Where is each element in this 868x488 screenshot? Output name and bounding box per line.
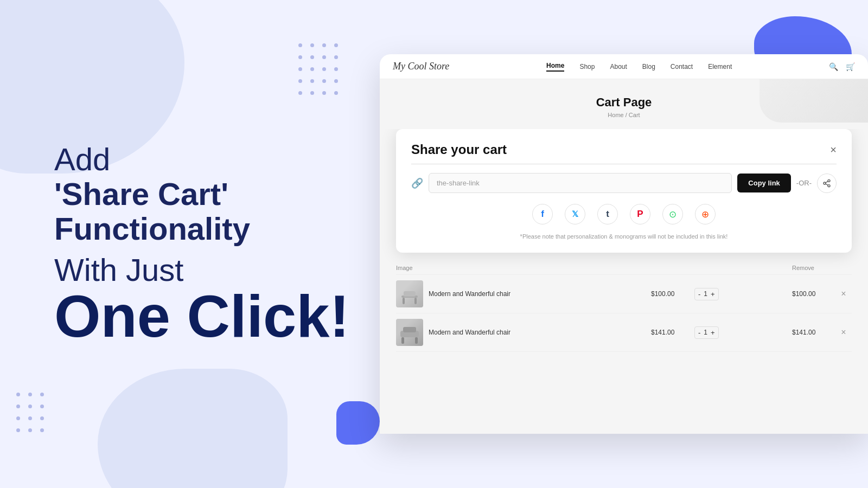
col-qty bbox=[694, 265, 749, 271]
remove-item-1[interactable]: × bbox=[835, 289, 852, 299]
col-name bbox=[429, 265, 651, 271]
nav-icons: 🔍 🛒 bbox=[829, 62, 855, 71]
cart-icon[interactable]: 🛒 bbox=[846, 62, 855, 71]
col-price bbox=[651, 265, 694, 271]
remove-item-2[interactable]: × bbox=[835, 328, 852, 337]
share-modal: Share your cart × 🔗 Copy link -OR- f 𝕏 t… bbox=[396, 129, 852, 253]
nav-shop[interactable]: Shop bbox=[579, 63, 595, 70]
facebook-icon[interactable]: f bbox=[532, 204, 553, 224]
close-modal-button[interactable]: × bbox=[830, 144, 837, 156]
social-icons-row: f 𝕏 t P ⊙ ⊕ bbox=[411, 204, 837, 224]
cart-table: Image Remove Modern and Wanderf bbox=[396, 261, 852, 352]
browser-mockup: My Cool Store Home Shop About Blog Conta… bbox=[380, 54, 868, 434]
share-modal-title: Share your cart bbox=[411, 142, 507, 157]
cart-row-1: Modern and Wanderful chair $100.00 - 1 +… bbox=[396, 275, 852, 313]
svg-point-2 bbox=[828, 184, 830, 187]
tumblr-icon[interactable]: t bbox=[597, 204, 618, 224]
share-modal-header: Share your cart × bbox=[411, 142, 837, 164]
svg-rect-10 bbox=[403, 327, 416, 332]
nav-links: Home Shop About Blog Contact Element bbox=[546, 62, 732, 72]
chair-image-1 bbox=[396, 280, 423, 307]
nav-blog[interactable]: Blog bbox=[642, 63, 655, 70]
nav-contact[interactable]: Contact bbox=[671, 63, 693, 70]
add-text: Add bbox=[54, 142, 401, 177]
qty-value-2: 1 bbox=[704, 329, 707, 336]
share-note: *Please note that personalization & mono… bbox=[411, 233, 837, 240]
or-separator: -OR- bbox=[796, 179, 812, 187]
qty-controls-2: - 1 + bbox=[694, 326, 719, 339]
pinterest-icon[interactable]: P bbox=[630, 204, 650, 224]
product-price-1: $100.00 bbox=[651, 290, 694, 298]
row-total-2: $141.00 bbox=[792, 329, 835, 336]
col-remove: Remove bbox=[792, 265, 835, 271]
product-name-2: Modern and Wanderful chair bbox=[429, 329, 651, 336]
cart-row-2: Modern and Wanderful chair $141.00 - 1 +… bbox=[396, 313, 852, 352]
qty-increase-1[interactable]: + bbox=[711, 290, 715, 298]
svg-rect-12 bbox=[415, 337, 418, 344]
product-name-1: Modern and Wanderful chair bbox=[429, 290, 651, 298]
product-price-2: $141.00 bbox=[651, 329, 694, 336]
browser-navbar: My Cool Store Home Shop About Blog Conta… bbox=[380, 54, 868, 79]
share-icon-button[interactable] bbox=[817, 174, 837, 193]
twitter-icon[interactable]: 𝕏 bbox=[565, 204, 585, 224]
svg-point-1 bbox=[824, 182, 826, 184]
col-total bbox=[749, 265, 792, 271]
search-icon[interactable]: 🔍 bbox=[829, 62, 838, 71]
link-icon: 🔗 bbox=[411, 177, 423, 189]
qty-decrease-2[interactable]: - bbox=[698, 329, 700, 337]
cart-header-area: Cart Page Home / Cart bbox=[380, 79, 868, 129]
one-click-text: One Click! bbox=[54, 286, 401, 346]
svg-rect-8 bbox=[414, 298, 417, 304]
nav-element[interactable]: Element bbox=[708, 63, 732, 70]
chair-image-2 bbox=[396, 319, 423, 346]
cart-table-header: Image Remove bbox=[396, 261, 852, 275]
svg-rect-6 bbox=[404, 291, 416, 297]
share-link-row: 🔗 Copy link -OR- bbox=[411, 173, 837, 193]
whatsapp-icon[interactable]: ⊙ bbox=[662, 204, 683, 224]
svg-line-4 bbox=[826, 181, 828, 183]
svg-rect-7 bbox=[403, 298, 405, 304]
qty-value-1: 1 bbox=[704, 290, 707, 298]
copy-link-button[interactable]: Copy link bbox=[737, 174, 791, 192]
cart-header-bg-decoration bbox=[760, 79, 868, 123]
product-thumbnail-1 bbox=[396, 280, 423, 307]
store-logo: My Cool Store bbox=[393, 61, 449, 72]
product-thumbnail-2 bbox=[396, 319, 423, 346]
col-spacer bbox=[835, 265, 852, 271]
left-panel: Add 'Share Cart' Functionality With Just… bbox=[33, 0, 401, 488]
svg-line-3 bbox=[826, 184, 828, 185]
svg-rect-11 bbox=[401, 337, 404, 344]
nav-about[interactable]: About bbox=[610, 63, 627, 70]
share-link-input[interactable] bbox=[429, 173, 732, 193]
qty-decrease-1[interactable]: - bbox=[698, 290, 700, 298]
nav-home[interactable]: Home bbox=[546, 62, 564, 72]
qty-controls-1: - 1 + bbox=[694, 288, 719, 300]
col-image: Image bbox=[396, 265, 429, 271]
share-cart-text: 'Share Cart' Functionality bbox=[54, 177, 401, 246]
svg-point-0 bbox=[828, 179, 830, 182]
reddit-icon[interactable]: ⊕ bbox=[695, 204, 716, 224]
qty-increase-2[interactable]: + bbox=[711, 329, 715, 337]
row-total-1: $100.00 bbox=[792, 290, 835, 298]
